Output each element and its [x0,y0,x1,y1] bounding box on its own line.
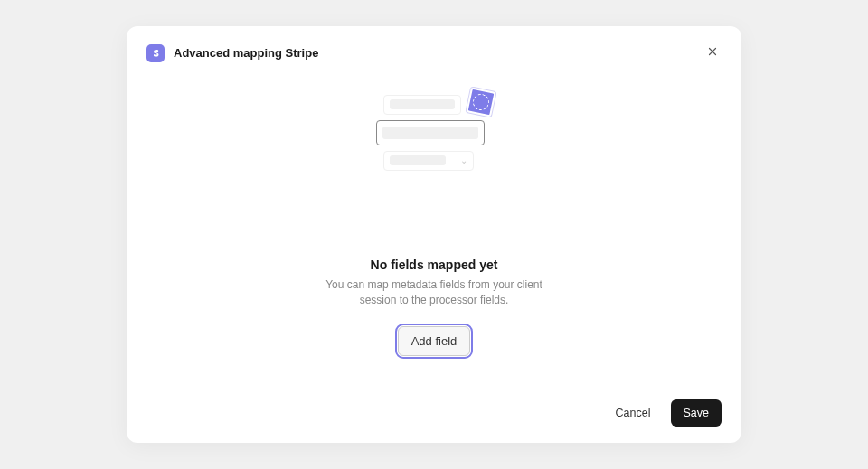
modal-header-left: Advanced mapping Stripe [146,44,318,62]
close-button[interactable] [703,44,722,62]
modal-footer: Cancel Save [146,399,722,427]
empty-state-description: You can map metadata fields from your cl… [307,277,561,309]
stripe-icon [146,44,165,62]
empty-state-illustration: ⌄ [371,95,497,185]
cancel-button[interactable]: Cancel [605,399,662,427]
modal-header: Advanced mapping Stripe [146,44,722,62]
save-button[interactable]: Save [671,399,722,427]
empty-state-title: No fields mapped yet [371,258,498,272]
advanced-mapping-modal: Advanced mapping Stripe ⌄ No fields mapp… [127,26,741,444]
modal-title: Advanced mapping Stripe [174,46,318,60]
modal-body: ⌄ No fields mapped yet You can map metad… [146,62,722,400]
add-field-button[interactable]: Add field [398,326,471,356]
close-icon [707,46,718,60]
